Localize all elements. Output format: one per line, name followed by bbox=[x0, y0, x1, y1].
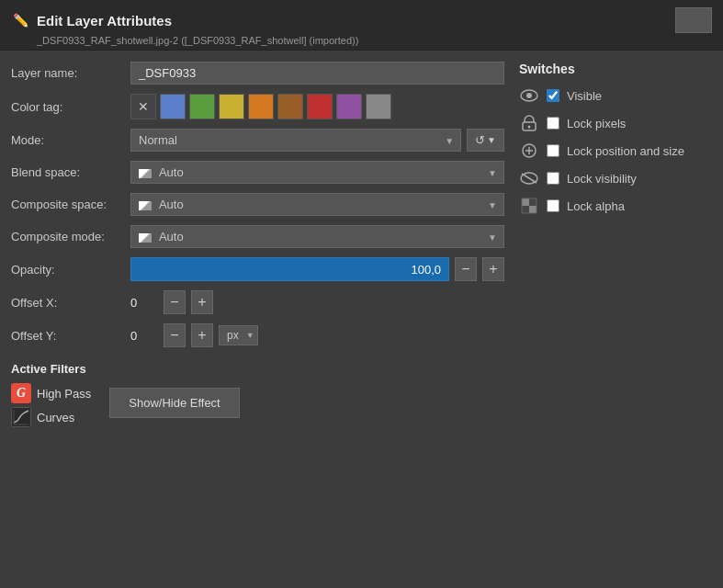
composite-mode-value: Auto bbox=[159, 230, 184, 243]
mode-value: Normal bbox=[139, 133, 177, 147]
mode-dropdown[interactable]: Normal bbox=[130, 129, 461, 152]
opacity-label: Opacity: bbox=[11, 263, 130, 277]
switches-title: Switches bbox=[519, 62, 712, 76]
switch-lock-alpha[interactable]: Lock alpha bbox=[519, 196, 712, 216]
main-content: Layer name: Color tag: ✕ Mode: bbox=[0, 51, 723, 442]
offset-x-minus-button[interactable]: − bbox=[164, 290, 186, 314]
blend-space-control: Auto bbox=[130, 161, 504, 184]
composite-space-control: Auto bbox=[130, 193, 504, 216]
svg-rect-15 bbox=[529, 206, 537, 213]
lock-pixels-label: Lock pixels bbox=[567, 117, 626, 130]
mode-row: Mode: Normal ↺ ▼ bbox=[11, 129, 504, 152]
switch-visible[interactable]: Visible bbox=[519, 85, 712, 106]
color-swatch-yellow[interactable] bbox=[219, 94, 244, 119]
composite-space-auto-icon bbox=[139, 201, 152, 210]
curves-svg bbox=[12, 408, 30, 426]
show-hide-button[interactable]: Show/Hide Effect bbox=[109, 388, 239, 418]
blend-space-dropdown-wrap: Auto bbox=[130, 161, 504, 184]
layer-name-label: Layer name: bbox=[11, 66, 130, 80]
left-panel: Layer name: Color tag: ✕ Mode: bbox=[11, 62, 504, 431]
color-swatches: ✕ bbox=[130, 94, 391, 119]
offset-y-row: Offset Y: 0 − + px bbox=[11, 323, 504, 347]
composite-space-label: Composite space: bbox=[11, 198, 130, 211]
minus-icon: − bbox=[461, 261, 469, 277]
lock-position-label: Lock position and size bbox=[567, 144, 684, 158]
color-swatch-purple[interactable] bbox=[336, 94, 362, 119]
composite-space-dropdown-wrap: Auto bbox=[130, 193, 504, 216]
blend-space-value: Auto bbox=[159, 165, 184, 179]
composite-space-dropdown[interactable]: Auto bbox=[130, 193, 504, 216]
offset-y-minus-icon: − bbox=[170, 327, 178, 344]
mode-control: Normal ↺ ▼ bbox=[130, 129, 504, 152]
color-swatch-none[interactable]: ✕ bbox=[130, 94, 156, 119]
composite-mode-control: Auto bbox=[130, 225, 504, 248]
offset-y-plus-icon: + bbox=[198, 327, 206, 344]
composite-mode-auto-icon bbox=[139, 233, 152, 243]
layer-name-control bbox=[130, 62, 504, 85]
lock-visibility-label: Lock visibility bbox=[567, 172, 637, 186]
svg-rect-13 bbox=[529, 198, 537, 206]
layer-thumbnail bbox=[675, 7, 712, 33]
offset-x-plus-icon: + bbox=[198, 294, 206, 311]
lock-alpha-checkbox[interactable] bbox=[547, 199, 559, 212]
blend-space-dropdown[interactable]: Auto bbox=[130, 161, 504, 184]
layer-name-input[interactable] bbox=[130, 62, 504, 85]
color-swatch-brown[interactable] bbox=[277, 94, 303, 119]
visible-checkbox[interactable] bbox=[547, 89, 559, 102]
blend-space-label: Blend space: bbox=[11, 165, 130, 179]
lock-position-checkbox[interactable] bbox=[547, 144, 559, 157]
lock-visibility-checkbox[interactable] bbox=[547, 172, 559, 185]
offset-y-minus-button[interactable]: − bbox=[164, 323, 186, 347]
unit-select-wrap: px bbox=[219, 325, 258, 345]
opacity-minus-button[interactable]: − bbox=[455, 257, 477, 281]
lock-alpha-label: Lock alpha bbox=[567, 199, 625, 213]
offset-y-plus-button[interactable]: + bbox=[191, 323, 213, 347]
blend-auto-icon bbox=[139, 169, 152, 178]
active-filters-title: Active Filters bbox=[11, 362, 91, 376]
svg-point-4 bbox=[526, 93, 532, 98]
svg-line-11 bbox=[522, 174, 537, 183]
color-swatch-red[interactable] bbox=[307, 94, 333, 119]
edit-icon: ✏️ bbox=[11, 11, 29, 29]
offset-x-label: Offset X: bbox=[11, 296, 130, 310]
opacity-control: 100,0 − + bbox=[130, 257, 504, 281]
layer-subtitle: _DSF0933_RAF_shotwell.jpg-2 ([_DSF0933_R… bbox=[37, 35, 712, 46]
offset-x-control: 0 − + bbox=[130, 290, 504, 314]
color-swatch-orange[interactable] bbox=[248, 94, 274, 119]
mode-label: Mode: bbox=[11, 133, 130, 147]
unit-value: px bbox=[227, 329, 239, 342]
composite-mode-label: Composite mode: bbox=[11, 230, 130, 243]
opacity-row: Opacity: 100,0 − + bbox=[11, 257, 504, 281]
color-swatch-blue[interactable] bbox=[160, 94, 186, 119]
opacity-value: 100,0 bbox=[411, 263, 441, 277]
switch-lock-position[interactable]: Lock position and size bbox=[519, 141, 712, 161]
composite-mode-dropdown-wrap: Auto bbox=[130, 225, 504, 248]
opacity-plus-button[interactable]: + bbox=[482, 257, 504, 281]
mode-reset-button[interactable]: ↺ ▼ bbox=[467, 129, 504, 152]
composite-space-row: Composite space: Auto bbox=[11, 193, 504, 216]
unit-dropdown[interactable]: px bbox=[219, 325, 258, 345]
switch-lock-visibility[interactable]: Lock visibility bbox=[519, 168, 712, 188]
opacity-slider[interactable]: 100,0 bbox=[130, 257, 449, 281]
high-pass-label: High Pass bbox=[37, 387, 91, 401]
switch-lock-pixels[interactable]: Lock pixels bbox=[519, 113, 712, 133]
plus-icon: + bbox=[489, 261, 497, 277]
show-hide-wrap: Show/Hide Effect bbox=[109, 362, 239, 418]
composite-mode-row: Composite mode: Auto bbox=[11, 225, 504, 248]
title-bar: ✏️ Edit Layer Attributes _DSF0933_RAF_sh… bbox=[0, 0, 723, 51]
lock-position-icon bbox=[519, 141, 539, 161]
lock-alpha-icon bbox=[519, 196, 539, 216]
offset-x-value: 0 bbox=[130, 296, 158, 310]
curves-icon bbox=[11, 407, 31, 427]
color-swatch-gray[interactable] bbox=[366, 94, 391, 119]
offset-x-plus-button[interactable]: + bbox=[191, 290, 213, 314]
lock-pixels-checkbox[interactable] bbox=[547, 117, 559, 130]
filter-curves[interactable]: Curves bbox=[11, 407, 91, 427]
composite-space-value: Auto bbox=[159, 198, 184, 211]
composite-mode-dropdown[interactable]: Auto bbox=[130, 225, 504, 248]
offset-y-control: 0 − + px bbox=[130, 323, 504, 347]
offset-y-value: 0 bbox=[130, 329, 158, 343]
color-swatch-green[interactable] bbox=[189, 94, 215, 119]
offset-x-row: Offset X: 0 − + bbox=[11, 290, 504, 314]
filter-high-pass[interactable]: G High Pass bbox=[11, 383, 91, 403]
